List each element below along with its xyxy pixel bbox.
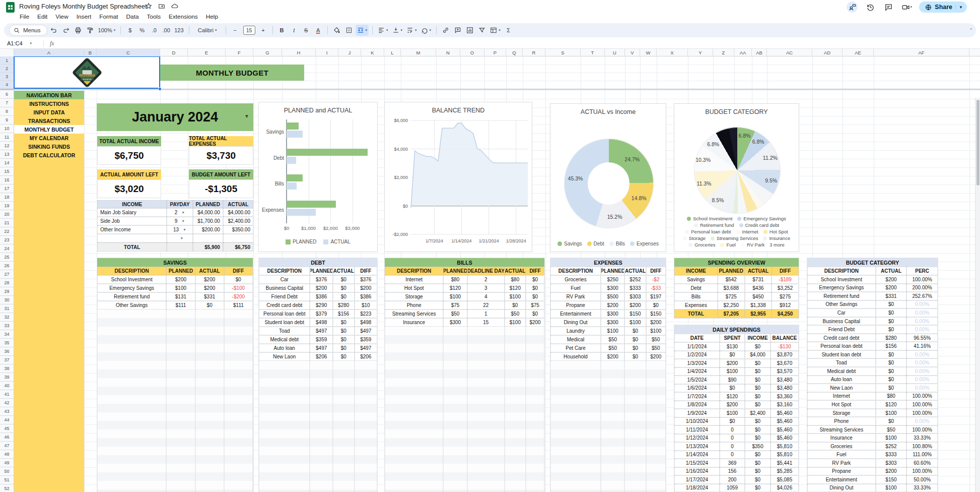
column-header-P[interactable]: P [484, 49, 506, 56]
cell[interactable]: 1/18/2024 [674, 484, 720, 492]
sidebar-item-my-calendar[interactable]: MY CALENDAR [14, 134, 84, 142]
cell[interactable]: Insurance [807, 434, 876, 442]
cell[interactable]: Toad [259, 327, 310, 335]
cell[interactable]: $359 [310, 335, 332, 344]
merge-cells-button[interactable]: ▾ [356, 25, 369, 36]
column-header-V[interactable]: V [625, 49, 640, 56]
cell[interactable]: $0 [333, 275, 355, 284]
row-header-17[interactable]: 17 [0, 184, 14, 193]
row-header-23[interactable]: 23 [0, 236, 14, 244]
cell[interactable]: Car [259, 275, 310, 284]
cell[interactable]: Friend Debt [807, 325, 876, 334]
budget-category-chart[interactable]: BUDGET CATEGORY6.8%6.8%11.2%9.5%8.5%11.3… [674, 103, 799, 252]
cell[interactable]: Personal loan debt [807, 342, 876, 350]
cell[interactable]: $10 [355, 301, 377, 310]
cell[interactable]: 156 [720, 467, 745, 476]
cell[interactable]: $0 [745, 484, 771, 492]
menu-insert[interactable]: Insert [73, 12, 95, 22]
cell[interactable]: 1/9/2024 [674, 409, 720, 417]
cell[interactable]: $0 [876, 317, 907, 326]
cell[interactable]: 0.00% [906, 376, 938, 384]
cell[interactable]: 100.00% [906, 275, 938, 284]
cell[interactable]: $150 [624, 310, 646, 318]
cell[interactable]: Medical debt [259, 335, 310, 344]
cell[interactable]: $0 [526, 292, 544, 301]
cell[interactable]: Savings [674, 275, 718, 284]
month-selector[interactable]: January 2024▼ [97, 103, 253, 131]
cell[interactable]: 60.60% [906, 459, 938, 467]
strikethrough-button[interactable]: S [301, 25, 312, 36]
cell[interactable]: $100 [876, 484, 907, 492]
cell[interactable]: $386 [355, 292, 377, 301]
column-header-Y[interactable]: Y [688, 49, 713, 56]
cell[interactable]: $376 [310, 275, 332, 284]
table-button[interactable]: ▾ [488, 25, 502, 36]
rotate-button[interactable]: ▾ [419, 25, 433, 36]
row-header-12[interactable]: 12 [0, 142, 14, 150]
cell[interactable]: $156 [876, 342, 907, 350]
presence-icon[interactable] [847, 2, 858, 13]
row-header-50[interactable]: 50 [0, 467, 14, 476]
cell[interactable]: 1/7/2024 [674, 392, 720, 401]
actual-vs-income-chart[interactable]: ACTUAL vs Income24.7%14.8%15.2%45.3%Savi… [550, 103, 666, 252]
cell[interactable]: Emergency Savings [97, 284, 166, 292]
cell[interactable]: $90 [720, 376, 745, 384]
cell[interactable]: $100 [720, 409, 745, 417]
borders-button[interactable] [343, 25, 355, 36]
cell[interactable]: Other Savings [97, 301, 166, 310]
cell[interactable]: School Investment [97, 275, 166, 284]
cell[interactable]: $331 [876, 292, 907, 300]
cell[interactable]: $80 [505, 275, 526, 284]
empty-cell[interactable] [166, 310, 195, 491]
empty-cell[interactable] [624, 361, 646, 491]
cell[interactable]: $350 [745, 442, 771, 451]
cell[interactable]: 2▼ [167, 208, 192, 217]
cell[interactable]: $50 [601, 344, 624, 352]
cell[interactable]: 200 [720, 475, 745, 484]
font-size-button[interactable]: 15 [242, 25, 257, 36]
cell[interactable]: Credit card debt [807, 334, 876, 342]
cell[interactable]: $80 [443, 275, 467, 284]
column-header-F[interactable]: F [226, 49, 253, 56]
empty-cell[interactable] [355, 361, 377, 491]
cell[interactable]: $3,160 [771, 401, 799, 409]
cell[interactable]: $100 [166, 284, 195, 292]
cell[interactable]: Auto loan [259, 344, 310, 352]
row-header-19[interactable]: 19 [0, 202, 14, 210]
cell[interactable]: Side Job [97, 217, 167, 225]
sidebar-item-sinking-funds[interactable]: SINKING FUNDS [14, 142, 84, 151]
star-icon[interactable] [145, 3, 152, 12]
empty-cell[interactable] [310, 361, 332, 491]
cell[interactable]: $120 [876, 400, 907, 409]
cell[interactable]: Insurance [385, 318, 443, 327]
cell[interactable]: Credit card debt [259, 301, 310, 310]
cell[interactable]: $3,252 [772, 284, 799, 292]
cell[interactable]: $300 [601, 318, 624, 327]
cell[interactable]: $498 [355, 318, 377, 327]
column-header-T[interactable]: T [581, 49, 605, 56]
cell[interactable]: 4 [467, 292, 505, 301]
cell[interactable]: 1/5/2024 [674, 376, 720, 384]
cell[interactable]: $0 [745, 459, 771, 467]
cell[interactable]: $0 [876, 300, 907, 309]
cell[interactable]: RV Park [550, 292, 601, 301]
empty-cell[interactable] [224, 310, 253, 491]
cell[interactable]: 0 [720, 451, 745, 459]
cell[interactable]: 1/15/2024 [674, 459, 720, 467]
cell[interactable]: $280 [876, 334, 907, 342]
cell[interactable]: $0 [745, 417, 771, 426]
cell[interactable]: 1/1/2024 [674, 342, 720, 351]
cell[interactable]: $200 [876, 467, 907, 476]
cell[interactable]: 0 [720, 425, 745, 434]
cell[interactable]: Retirement fund [97, 292, 166, 301]
cell[interactable]: Fuel [550, 284, 601, 292]
row-header-2[interactable]: 2 [0, 65, 14, 73]
cell[interactable]: $197 [646, 292, 666, 301]
cell[interactable]: 0.00% [906, 367, 938, 376]
column-header-K[interactable]: K [361, 49, 384, 56]
cell[interactable]: $1,338 [745, 301, 772, 310]
cell[interactable]: Streaming Services [807, 425, 876, 434]
menu-file[interactable]: File [16, 12, 33, 22]
row-header-20[interactable]: 20 [0, 210, 14, 219]
print-button[interactable] [73, 25, 84, 36]
